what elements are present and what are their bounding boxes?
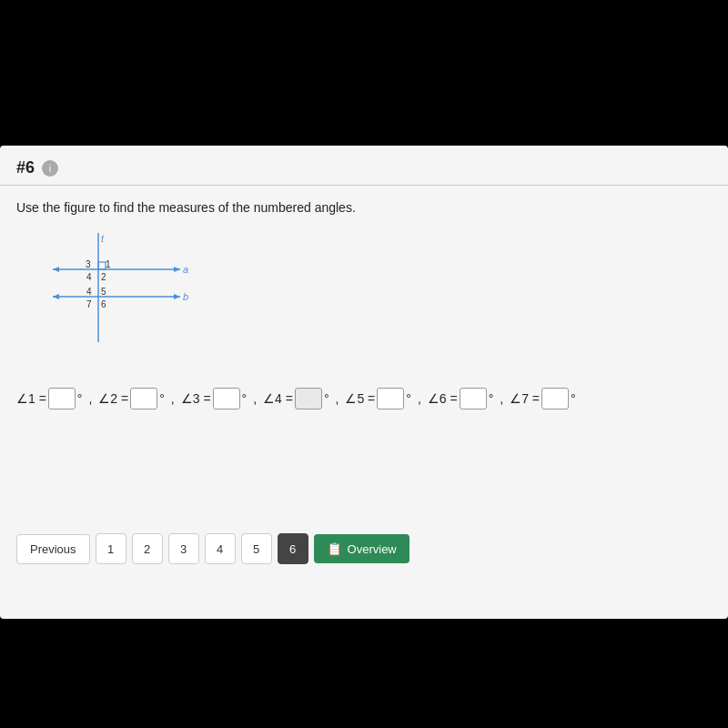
angle4-group: ∠4 = ° [263, 388, 329, 410]
angle4-unit: ° [324, 391, 329, 406]
angle5-input[interactable] [377, 388, 404, 410]
angle7-group: ∠7 = ° [510, 388, 575, 410]
svg-text:4: 4 [86, 272, 92, 282]
separator4: , [336, 391, 339, 406]
angle6-input[interactable] [460, 388, 487, 410]
svg-text:7: 7 [86, 299, 92, 309]
svg-marker-8 [53, 294, 59, 299]
svg-text:t: t [101, 233, 105, 244]
angle5-group: ∠5 = ° [345, 388, 410, 410]
angle2-input[interactable] [130, 388, 157, 410]
angle6-unit: ° [489, 391, 494, 406]
angle7-unit: ° [571, 391, 576, 406]
page-button-4[interactable]: 4 [205, 533, 236, 564]
angle6-label: ∠6 = [428, 391, 458, 406]
angle5-label: ∠5 = [345, 391, 375, 406]
figure-container: t a b 1 [16, 233, 712, 342]
svg-text:6: 6 [101, 299, 106, 309]
angle1-input[interactable] [48, 388, 76, 410]
angles-row: ∠1 = ° , ∠2 = ° , ∠3 = ° , ∠4 = ° , ∠5 =… [0, 379, 728, 428]
svg-text:3: 3 [86, 259, 91, 269]
separator6: , [500, 391, 503, 406]
svg-text:b: b [183, 291, 188, 302]
angle6-group: ∠6 = ° [428, 388, 493, 410]
separator3: , [253, 391, 257, 406]
question-text: Use the figure to find the measures of t… [16, 200, 712, 215]
angle3-label: ∠3 = [181, 391, 211, 406]
page-button-2[interactable]: 2 [132, 533, 163, 564]
question-number: #6 [16, 158, 35, 177]
svg-marker-7 [174, 294, 180, 299]
angle2-group: ∠2 = ° [98, 388, 164, 410]
page-button-1[interactable]: 1 [96, 533, 126, 564]
svg-text:a: a [183, 264, 188, 275]
page-button-5[interactable]: 5 [241, 533, 272, 564]
angle1-group: ∠1 = ° [16, 388, 82, 410]
calendar-icon: 📋 [327, 541, 342, 556]
separator2: , [171, 391, 175, 406]
bottom-navigation: Previous 1 2 3 4 5 6 📋 Overview [0, 533, 728, 564]
angle1-unit: ° [77, 391, 83, 406]
overview-label: Overview [348, 542, 397, 556]
svg-text:1: 1 [106, 259, 111, 269]
angle4-input[interactable] [295, 388, 322, 410]
angle3-unit: ° [242, 391, 248, 406]
angle4-label: ∠4 = [263, 391, 293, 406]
angle2-unit: ° [159, 391, 165, 406]
page-button-3[interactable]: 3 [168, 533, 199, 564]
separator1: , [88, 391, 92, 406]
previous-button[interactable]: Previous [16, 534, 90, 564]
svg-text:4: 4 [86, 287, 92, 297]
svg-marker-4 [53, 267, 59, 272]
svg-text:5: 5 [101, 287, 106, 297]
svg-text:2: 2 [101, 272, 106, 282]
overview-button[interactable]: 📋 Overview [314, 534, 410, 563]
geometry-figure: t a b 1 [35, 233, 217, 342]
angle1-label: ∠1 = [16, 391, 46, 406]
angle2-label: ∠2 = [98, 391, 128, 406]
angle7-input[interactable] [541, 388, 569, 410]
angle3-group: ∠3 = ° [181, 388, 247, 410]
angle3-input[interactable] [213, 388, 240, 410]
angle7-label: ∠7 = [510, 391, 540, 406]
angle5-unit: ° [406, 391, 411, 406]
svg-marker-3 [174, 267, 180, 272]
info-icon[interactable]: i [42, 160, 58, 177]
page-button-6[interactable]: 6 [278, 533, 308, 564]
svg-rect-10 [98, 262, 106, 269]
separator5: , [418, 391, 421, 406]
